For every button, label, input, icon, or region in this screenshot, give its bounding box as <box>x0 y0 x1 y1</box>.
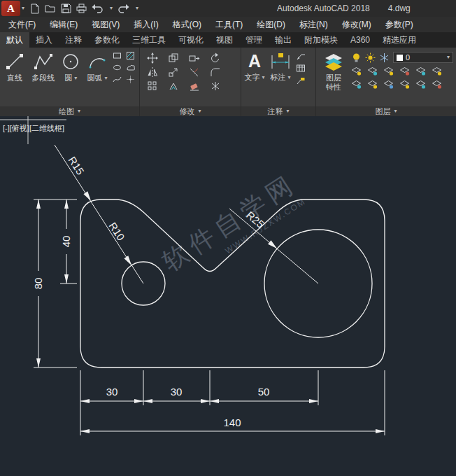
layers-panel-label: 图层 <box>375 106 390 117</box>
polyline-label: 多段线 <box>31 73 55 83</box>
autocad-logo[interactable]: A <box>1 1 20 16</box>
tab-a360[interactable]: A360 <box>344 32 376 48</box>
offset-icon[interactable] <box>168 80 179 92</box>
vertical-dimensions[interactable]: 80 40 <box>32 200 77 368</box>
layer-state-icon-4[interactable] <box>399 66 410 76</box>
tab-annotate[interactable]: 注释 <box>59 32 88 48</box>
hatch-icon[interactable] <box>126 51 135 60</box>
text-dropdown-icon: ▾ <box>262 75 264 80</box>
layer-select[interactable]: 0 ▾ <box>393 52 453 63</box>
current-layer-name: 0 <box>406 53 410 62</box>
menu-item-file[interactable]: 文件(F) <box>1 19 43 31</box>
table-icon[interactable] <box>296 64 306 74</box>
drawing-canvas[interactable]: [-][俯视][二维线框] 软件自学网 WWW.RJZXW.COM R15 R1… <box>0 116 456 476</box>
layer-state-icon-10[interactable] <box>399 79 410 90</box>
mirror-icon[interactable] <box>147 66 158 78</box>
circle-tool-button[interactable]: 圆▾ <box>58 50 83 83</box>
layers-panel-footer[interactable]: 图层 ▾ <box>316 106 456 116</box>
tab-parametric[interactable]: 参数化 <box>88 32 126 48</box>
title-bar: A ▾ ▾ ▾ Autodesk AutoCAD 2018 4.dwg <box>0 0 456 17</box>
erase-icon[interactable] <box>189 80 200 92</box>
redo-icon[interactable] <box>117 4 129 13</box>
undo-icon[interactable] <box>92 4 104 13</box>
layer-state-icon-6[interactable] <box>432 66 442 76</box>
explode-icon[interactable] <box>210 80 221 92</box>
layer-state-icon-1[interactable] <box>351 66 362 76</box>
horizontal-dimensions[interactable]: 30 30 50 140 <box>80 370 385 435</box>
annotate-panel-footer[interactable]: 注释 ▾ <box>241 106 316 116</box>
fillet-icon[interactable] <box>210 66 221 78</box>
tab-insert[interactable]: 插入 <box>29 32 59 48</box>
layer-state-icon-8[interactable] <box>367 79 378 90</box>
layer-state-icon-3[interactable] <box>383 66 394 76</box>
dim-140: 140 <box>223 416 241 428</box>
layer-state-icon-7[interactable] <box>351 79 362 90</box>
layer-properties-button[interactable]: 图层 特性 <box>318 50 350 91</box>
viewport-controls[interactable]: [-][俯视][二维线框] <box>3 123 64 134</box>
tab-view[interactable]: 视图 <box>210 32 239 48</box>
layer-properties-label-1: 图层 <box>326 74 341 82</box>
open-folder-icon[interactable] <box>45 4 56 13</box>
move-icon[interactable] <box>147 52 158 64</box>
arc-dropdown-icon: ▾ <box>105 76 108 81</box>
save-icon[interactable] <box>61 4 71 13</box>
revision-cloud-icon[interactable] <box>126 63 135 72</box>
layer-state-icon-11[interactable] <box>415 79 426 90</box>
layer-state-icon-2[interactable] <box>367 66 378 76</box>
stretch-icon[interactable] <box>189 52 200 64</box>
copy-icon[interactable] <box>168 52 179 64</box>
document-name: 4.dwg <box>388 4 411 13</box>
window-title: Autodesk AutoCAD 2018 4.dwg <box>277 0 411 17</box>
layer-state-icon-9[interactable] <box>383 79 394 90</box>
layer-select-dropdown-icon: ▾ <box>447 55 450 60</box>
new-file-icon[interactable] <box>30 4 40 14</box>
tab-addins[interactable]: 附加模块 <box>298 32 344 48</box>
tab-manage[interactable]: 管理 <box>239 32 269 48</box>
layer-properties-icon <box>323 52 344 73</box>
arc-tool-button[interactable]: 圆弧▾ <box>83 50 111 83</box>
scale-icon[interactable] <box>168 66 179 78</box>
menu-item-view[interactable]: 视图(V) <box>85 19 127 31</box>
tab-output[interactable]: 输出 <box>269 32 298 48</box>
spline-icon[interactable] <box>113 75 122 84</box>
draw-panel-footer[interactable]: 绘图 ▾ <box>0 106 140 116</box>
point-icon[interactable] <box>126 75 135 84</box>
tab-3d-tools[interactable]: 三维工具 <box>126 32 172 48</box>
line-tool-button[interactable]: 直线 <box>1 50 28 83</box>
ellipse-icon[interactable] <box>113 63 122 72</box>
polyline-tool-button[interactable]: 多段线 <box>28 50 59 83</box>
layer-state-icon-12[interactable] <box>432 79 442 90</box>
menu-item-format[interactable]: 格式(O) <box>166 19 208 31</box>
leader-icon[interactable] <box>296 51 306 61</box>
layer-state-icon-5[interactable] <box>415 66 426 76</box>
tab-visualize[interactable]: 可视化 <box>172 32 210 48</box>
array-icon[interactable] <box>147 80 158 92</box>
menu-item-modify[interactable]: 修改(M) <box>335 19 378 31</box>
text-tool-button[interactable]: A 文字▾ <box>243 50 266 83</box>
layer-freeze-icon[interactable] <box>379 52 390 63</box>
rotate-icon[interactable] <box>210 52 221 64</box>
menu-item-draw[interactable]: 绘图(D) <box>250 19 292 31</box>
menu-item-parametric[interactable]: 参数(P) <box>378 19 420 31</box>
menu-item-dimension[interactable]: 标注(N) <box>292 19 335 31</box>
modify-panel-footer[interactable]: 修改 ▾ <box>140 106 241 116</box>
menu-item-edit[interactable]: 编辑(E) <box>43 19 85 31</box>
trim-icon[interactable] <box>189 66 200 78</box>
plot-icon[interactable] <box>76 4 87 13</box>
dim-50: 50 <box>258 386 270 398</box>
logo-dropdown-icon[interactable]: ▾ <box>22 6 24 11</box>
tab-featured-apps[interactable]: 精选应用 <box>376 32 422 48</box>
layer-thaw-sun-icon[interactable] <box>365 52 376 63</box>
menu-item-insert[interactable]: 插入(I) <box>127 19 165 31</box>
undo-dropdown-icon[interactable]: ▾ <box>110 6 113 11</box>
rectangle-icon[interactable] <box>113 51 122 60</box>
mleader-icon[interactable] <box>296 76 306 86</box>
menu-item-tools[interactable]: 工具(T) <box>208 19 250 31</box>
tab-home[interactable]: 默认 <box>0 32 29 48</box>
menu-bar: 文件(F) 编辑(E) 视图(V) 插入(I) 格式(O) 工具(T) 绘图(D… <box>0 17 456 32</box>
ribbon-tab-bar: 默认 插入 注释 参数化 三维工具 可视化 视图 管理 输出 附加模块 A360… <box>0 32 456 48</box>
arc-label: 圆弧 <box>87 73 103 83</box>
qat-dropdown-icon[interactable]: ▾ <box>136 6 138 11</box>
layer-on-bulb-icon[interactable] <box>351 52 362 63</box>
dimension-tool-button[interactable]: 标注▾ <box>266 50 294 83</box>
